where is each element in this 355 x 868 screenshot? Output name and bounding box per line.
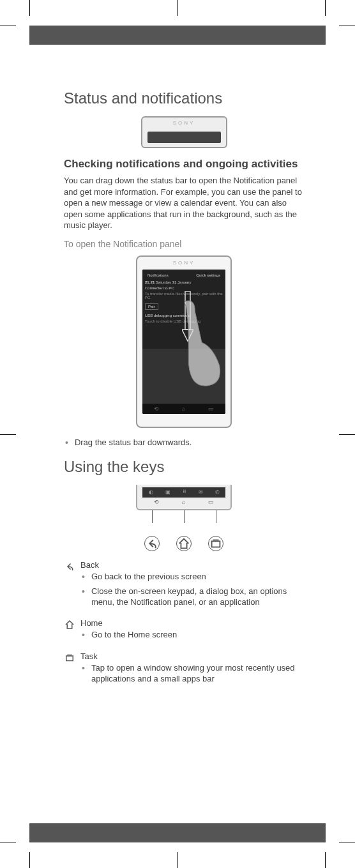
status-bar-sliver [147,132,221,143]
footer-bar [29,823,326,842]
panel-date: Saturday 31 January [156,280,191,284]
key-item-home: Home Go to the Home screen [64,618,304,644]
key-point: Tap to open a window showing your most r… [80,662,304,685]
app-icon: ✆ [215,489,220,495]
app-icon: ◐ [149,489,153,495]
home-icon [64,618,80,644]
phone-bottom-slice: ◐ ▣ ⠿ ✉ ✆ ⟲ ⌂ ▭ [136,485,232,510]
phone-screen: Notifications Quick settings 21:21 Satur… [142,270,225,414]
page-content: Status and notifications Checking notifi… [64,89,304,811]
app-icon: ▣ [165,489,170,495]
manual-page: Status and notifications Checking notifi… [0,0,355,868]
page-title: Status and notifications [64,89,304,107]
key-name: Back [80,560,304,570]
crop-marks-bottom [0,842,355,868]
panel-row-connected-pc: Connected to PC [145,286,223,290]
step-text: Drag the status bar downwards. [75,437,192,449]
nav-home-icon: ⌂ [182,499,185,506]
key-point: Close the on-screen keypad, a dialog box… [80,586,304,608]
key-item-task: Task Tap to open a window showing your m… [64,651,304,687]
nav-task-icon: ▭ [208,406,214,412]
task-callout-icon [208,536,223,551]
key-point: Go to the Home screen [80,629,304,641]
nav-back-icon: ⟲ [154,499,159,506]
key-point-text: Go to the Home screen [91,629,177,641]
callout-icons [136,536,232,551]
section-subhead: To open the Notification panel [64,239,304,249]
step-list: Drag the status bar downwards. [64,437,304,449]
key-point-text: Close the on-screen keypad, a dialog box… [91,586,304,608]
key-point: Go back to the previous screen [80,571,304,583]
phone-illustration: Notifications Quick settings 21:21 Satur… [136,255,232,428]
key-point-text: Tap to open a window showing your most r… [91,662,304,685]
key-description-list: Back Go back to the previous screen Clos… [64,560,304,687]
panel-tab-notifications: Notifications [147,273,169,277]
nav-home-icon: ⌂ [182,406,185,412]
figure-status-bar [64,116,304,148]
app-icon: ✉ [199,489,203,495]
nav-task-icon: ▭ [208,499,214,506]
app-icons-row: ◐ ▣ ⠿ ✉ ✆ [142,487,225,498]
home-callout-icon [176,536,192,551]
panel-time: 21:21 [145,280,155,284]
section-heading: Checking notifications and ongoing activ… [64,157,304,171]
step-item: Drag the status bar downwards. [64,437,304,449]
svg-rect-4 [66,656,73,661]
panel-pair-button: Pair [145,303,158,310]
section-title-keys: Using the keys [64,458,304,476]
phone-nav-bar: ⟲ ⌂ ▭ [142,404,225,414]
back-icon [64,560,80,611]
crop-tick-right [339,434,355,435]
key-point-text: Go back to the previous screen [91,571,206,583]
nav-keys-row: ⟲ ⌂ ▭ [142,499,225,506]
figure-nav-keys: ◐ ▣ ⠿ ✉ ✆ ⟲ ⌂ ▭ [64,485,304,551]
panel-tab-quick-settings: Quick settings [196,273,220,277]
key-item-back: Back Go back to the previous screen Clos… [64,560,304,611]
figure-notification-drag: Notifications Quick settings 21:21 Satur… [64,255,304,428]
header-bar [29,26,326,45]
back-callout-icon [144,536,160,551]
key-name: Task [80,651,304,661]
key-name: Home [80,618,304,628]
svg-rect-2 [212,541,220,547]
crop-tick-left [0,434,16,435]
task-icon [64,651,80,687]
nav-back-icon: ⟲ [154,406,159,412]
app-icon: ⠿ [183,489,186,495]
phone-top-illustration [141,116,227,148]
section-body: You can drag down the status bar to open… [64,175,304,231]
callout-lines [136,510,232,523]
crop-marks-top [0,0,355,26]
